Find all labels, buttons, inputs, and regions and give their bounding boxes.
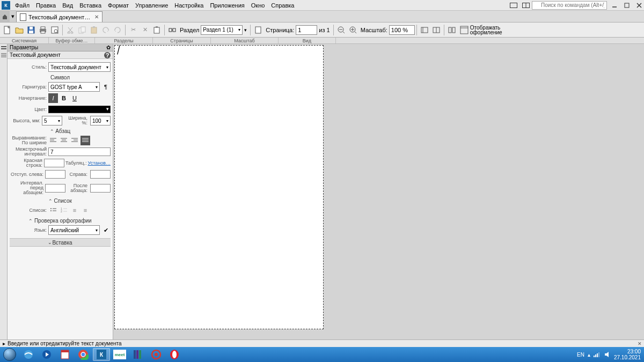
align-center-button[interactable] — [59, 136, 69, 145]
underline-button[interactable]: U — [70, 93, 79, 103]
cut2-icon[interactable]: ✂ — [128, 25, 138, 35]
width-input[interactable]: 100▾ — [90, 116, 111, 125]
task-kompas[interactable]: К — [93, 348, 110, 361]
save-button[interactable] — [26, 25, 36, 35]
linespacing-input[interactable] — [48, 147, 111, 156]
section-combo[interactable]: Раздел 1 (1)▾ — [201, 25, 243, 35]
document-canvas[interactable]: ⎮ — [113, 44, 644, 339]
help-icon[interactable]: ? — [104, 52, 111, 58]
layout-toggle-2-icon[interactable] — [521, 2, 531, 9]
align-left-button[interactable] — [48, 136, 58, 145]
status-close-icon[interactable]: ✕ — [638, 341, 642, 346]
align-justify-button[interactable] — [80, 136, 90, 145]
close-button[interactable] — [634, 2, 644, 9]
minimize-button[interactable] — [610, 2, 619, 9]
zoom-out-icon[interactable] — [336, 25, 347, 35]
paragraph-section-title[interactable]: Абзац — [10, 128, 111, 134]
menu-settings[interactable]: Настройка — [171, 1, 207, 10]
menu-manage[interactable]: Управление — [132, 1, 171, 10]
bold-button[interactable]: B — [59, 93, 69, 103]
document-tab[interactable]: Текстовый документ… ✕ — [16, 11, 103, 22]
maximize-button[interactable] — [622, 2, 632, 9]
open-button[interactable] — [14, 25, 25, 35]
start-button[interactable] — [0, 347, 19, 362]
view-split-icon[interactable] — [431, 25, 442, 35]
list-indent-button[interactable]: ≡ — [80, 205, 90, 215]
tabulation-link[interactable]: Установ… — [88, 160, 111, 166]
view-page-icon[interactable] — [419, 25, 430, 35]
color-combo[interactable] — [48, 106, 111, 113]
list-section-title[interactable]: Список — [10, 198, 111, 204]
language-combo[interactable]: Английский▾ — [48, 225, 100, 235]
undo-button[interactable] — [100, 25, 111, 35]
paste-button[interactable] — [89, 25, 99, 35]
home-tab[interactable] — [0, 11, 10, 22]
tab-row: ▾ Текстовый документ… ✕ — [0, 11, 644, 23]
list-numbers-button[interactable]: 12 — [59, 205, 69, 215]
task-media[interactable] — [38, 348, 55, 361]
layout-toggle-1-icon[interactable] — [509, 2, 518, 9]
home-dropdown[interactable]: ▾ — [10, 11, 16, 22]
list-bullets-button[interactable] — [48, 205, 58, 215]
clipboard-icon[interactable] — [151, 25, 162, 35]
menu-format[interactable]: Формат — [105, 1, 132, 10]
height-input[interactable]: 5▾ — [42, 116, 62, 125]
view-columns-icon[interactable] — [447, 25, 457, 35]
spellcheck-section-title[interactable]: Проверка орфографии — [10, 218, 111, 224]
page[interactable]: ⎮ — [114, 45, 324, 329]
task-app-red[interactable] — [148, 348, 165, 361]
task-books[interactable] — [129, 348, 147, 361]
task-meet[interactable]: meet — [111, 348, 128, 361]
svg-rect-44 — [449, 27, 451, 33]
preview-button[interactable] — [49, 25, 60, 35]
copy-button[interactable] — [77, 25, 87, 35]
task-notepad[interactable] — [56, 348, 74, 361]
task-ie[interactable] — [20, 348, 37, 361]
page-icon[interactable] — [253, 25, 264, 35]
pilcrow-icon[interactable]: ¶ — [101, 82, 111, 92]
indent-right-input[interactable] — [90, 170, 111, 179]
firstline-label: Красная строка: — [10, 158, 44, 168]
cut-button[interactable] — [65, 25, 76, 35]
svg-rect-28 — [156, 26, 158, 28]
menu-window[interactable]: Окно — [248, 1, 268, 10]
italic-button[interactable]: I — [48, 93, 58, 103]
show-layout-button[interactable]: Отображатьоформление — [458, 24, 504, 36]
insert-section-title[interactable]: Вставка — [10, 238, 111, 247]
font-combo[interactable]: GOST type A▾ — [48, 82, 100, 92]
task-chrome[interactable] — [75, 348, 92, 361]
align-right-button[interactable] — [70, 136, 79, 145]
page-input[interactable] — [296, 25, 317, 35]
menu-edit[interactable]: Правка — [33, 1, 59, 10]
style-combo[interactable]: Текстовый документ▾ — [48, 62, 111, 72]
menu-help[interactable]: Справка — [268, 1, 297, 10]
list-outdent-button[interactable]: ≡ — [70, 205, 79, 215]
task-opera[interactable] — [166, 348, 183, 361]
menu-apps[interactable]: Приложения — [207, 1, 247, 10]
new-doc-button[interactable] — [2, 25, 13, 35]
strip-item-1[interactable] — [1, 45, 7, 51]
strip-item-2[interactable] — [1, 53, 7, 59]
menu-insert[interactable]: Вставка — [76, 1, 105, 10]
command-search-input[interactable] — [532, 1, 607, 10]
redo-button[interactable] — [112, 25, 123, 35]
tray-lang[interactable]: EN — [577, 352, 584, 358]
tray-up-icon[interactable]: ▴ — [588, 352, 590, 358]
zoom-in-icon[interactable] — [348, 25, 358, 35]
menu-view[interactable]: Вид — [59, 1, 76, 10]
section-link-icon[interactable] — [167, 25, 178, 35]
menu-file[interactable]: Файл — [12, 1, 33, 10]
tray-clock[interactable]: 23:00 27.10.2021 — [614, 349, 641, 360]
firstline-input[interactable] — [44, 159, 64, 167]
spellcheck-run-button[interactable]: ✔ — [101, 225, 111, 235]
cross-icon[interactable]: ✕ — [140, 25, 150, 35]
gear-icon[interactable]: ✿ — [106, 45, 111, 50]
tray-volume-icon[interactable] — [604, 351, 611, 358]
space-before-input[interactable] — [45, 184, 65, 193]
tray-network-icon[interactable] — [594, 351, 601, 358]
print-button[interactable] — [38, 25, 48, 35]
space-after-input[interactable] — [90, 184, 111, 193]
tab-close-icon[interactable]: ✕ — [94, 14, 99, 20]
indent-left-input[interactable] — [45, 170, 65, 179]
zoom-input[interactable] — [389, 25, 415, 35]
